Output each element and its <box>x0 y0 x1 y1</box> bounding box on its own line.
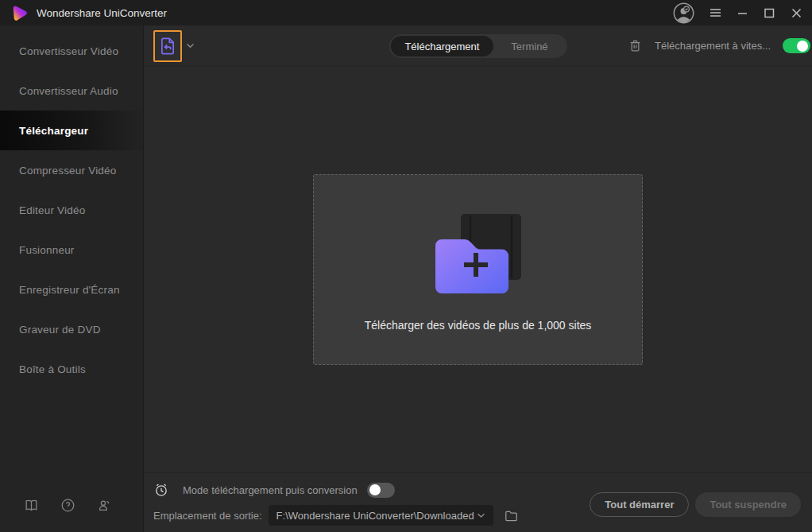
output-path-value: F:\Wondershare UniConverter\Downloaded <box>276 510 477 522</box>
high-speed-download-toggle[interactable] <box>783 38 810 53</box>
trash-icon[interactable] <box>628 38 643 53</box>
schedule-icon[interactable] <box>153 482 169 498</box>
app-title: Wondershare UniConverter <box>37 7 167 19</box>
sidebar-item-enregistreur-ecran[interactable]: Enregistreur d'Écran <box>0 270 143 309</box>
minimize-icon[interactable] <box>736 6 748 19</box>
sidebar-nav: Convertisseur Vidéo Convertisseur Audio … <box>0 25 143 389</box>
sidebar: Convertisseur Vidéo Convertisseur Audio … <box>0 25 144 532</box>
download-tabs: Téléchargement Terminé <box>389 34 566 58</box>
sidebar-item-graveur-dvd[interactable]: Graveur de DVD <box>0 309 143 349</box>
add-videos-dropzone[interactable]: Télécharger des vidéos de plus de 1,000 … <box>313 174 643 365</box>
tab-termine[interactable]: Terminé <box>493 36 565 56</box>
output-path-select[interactable]: F:\Wondershare UniConverter\Downloaded <box>269 505 493 526</box>
close-icon[interactable] <box>790 6 802 19</box>
user-avatar-icon[interactable] <box>673 2 694 24</box>
menu-icon[interactable] <box>709 6 721 19</box>
app-logo-icon <box>10 3 29 22</box>
sidebar-item-editeur-video[interactable]: Editeur Vidéo <box>0 190 143 230</box>
sidebar-item-telechargeur[interactable]: Téléchargeur <box>0 111 143 150</box>
sidebar-item-compresseur-video[interactable]: Compresseur Vidéo <box>0 150 143 190</box>
start-all-button[interactable]: Tout démarrer <box>590 492 689 517</box>
sidebar-item-boite-a-outils[interactable]: Boîte à Outils <box>0 349 143 389</box>
downloader-toolbar: Téléchargement Terminé Téléchargement à … <box>144 25 812 67</box>
high-speed-download-label: Téléchargement à vites... <box>655 40 771 52</box>
output-location-label: Emplacement de sortie: <box>153 510 262 522</box>
sidebar-item-convertisseur-audio[interactable]: Convertisseur Audio <box>0 71 143 111</box>
footer-bar: Mode téléchargement puis conversion Empl… <box>144 472 812 532</box>
download-list-area: Télécharger des vidéos de plus de 1,000 … <box>144 67 812 472</box>
add-download-dropdown-chevron-icon[interactable] <box>186 43 195 49</box>
help-icon[interactable] <box>60 498 75 513</box>
pause-all-button[interactable]: Tout suspendre <box>695 492 801 517</box>
maximize-icon[interactable] <box>763 6 775 19</box>
guide-book-icon[interactable] <box>24 498 39 513</box>
download-then-convert-toggle[interactable] <box>367 483 395 498</box>
add-folder-icon <box>435 214 521 293</box>
download-then-convert-label: Mode téléchargement puis conversion <box>183 484 358 496</box>
dropzone-hint-text: Télécharger des vidéos de plus de 1,000 … <box>365 319 592 332</box>
sidebar-footer <box>0 498 143 532</box>
add-download-url-button[interactable] <box>153 30 182 62</box>
select-chevron-down-icon <box>477 513 485 518</box>
open-folder-icon[interactable] <box>504 508 519 523</box>
tab-telechargement[interactable]: Téléchargement <box>390 36 493 56</box>
community-icon[interactable] <box>97 498 112 513</box>
main-panel: Téléchargement Terminé Téléchargement à … <box>144 25 812 532</box>
sidebar-item-convertisseur-video[interactable]: Convertisseur Vidéo <box>0 31 143 71</box>
sidebar-item-fusionneur[interactable]: Fusionneur <box>0 230 143 270</box>
title-bar: Wondershare UniConverter <box>0 0 812 25</box>
